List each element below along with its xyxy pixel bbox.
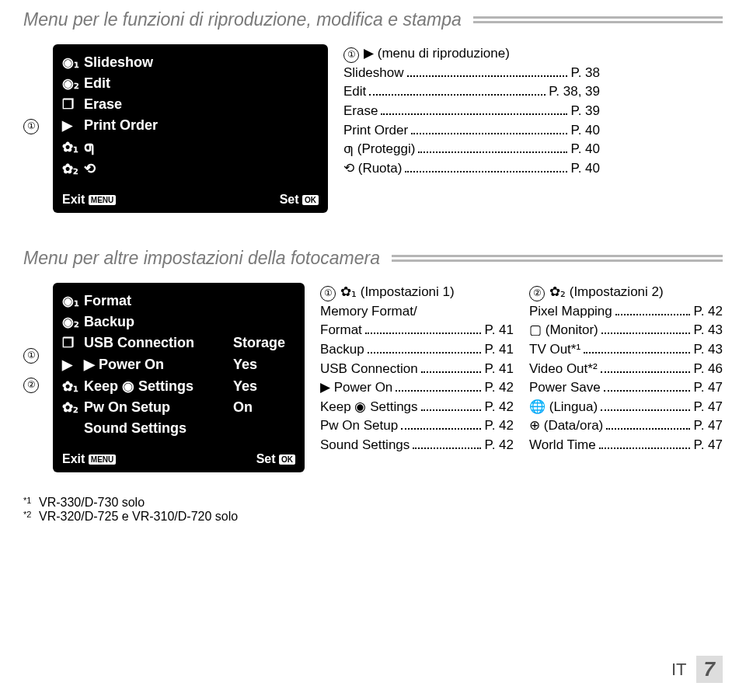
page-footer: IT 7 bbox=[671, 656, 723, 683]
menu-row: ❐Erase bbox=[62, 94, 319, 115]
section2-callout: ① ② bbox=[23, 283, 37, 393]
menu-row: ✿₂⟲ bbox=[62, 158, 319, 179]
exit-label: Exit MENU bbox=[62, 452, 116, 466]
section1-callout: ① bbox=[23, 44, 37, 134]
menu-row: ◉₁Slideshow bbox=[62, 52, 319, 73]
playback-menu: ◉₁Slideshow ◉₂Edit ❐Erase ▶Print Order ✿… bbox=[53, 44, 328, 213]
menu-row: ✿₁ƣ bbox=[62, 136, 319, 158]
settings-menu: ◉₁Format ◉₂Backup ❐USB ConnectionStorage… bbox=[53, 283, 305, 472]
section2-title: Menu per altre impostazioni della fotoca… bbox=[23, 248, 723, 269]
menu-row: ◉₂Edit bbox=[62, 73, 319, 94]
set-label: Set OK bbox=[280, 193, 319, 207]
set-label: Set OK bbox=[256, 452, 295, 466]
settings-index-1: ① ✿₁ (Impostazioni 1) Memory Format/ For… bbox=[320, 283, 514, 455]
footnotes: *1VR-330/D-730 solo *2VR-320/D-725 e VR-… bbox=[23, 496, 723, 524]
exit-label: Exit MENU bbox=[62, 193, 116, 207]
settings-index-2: ② ✿₂ (Impostazioni 2) Pixel MappingP. 42… bbox=[529, 283, 723, 455]
menu-row: ▶Print Order bbox=[62, 115, 319, 136]
section1-title: Menu per le funzioni di riproduzione, mo… bbox=[23, 9, 723, 30]
section1-index: ① ▶ (menu di riproduzione) SlideshowP. 3… bbox=[343, 44, 600, 178]
